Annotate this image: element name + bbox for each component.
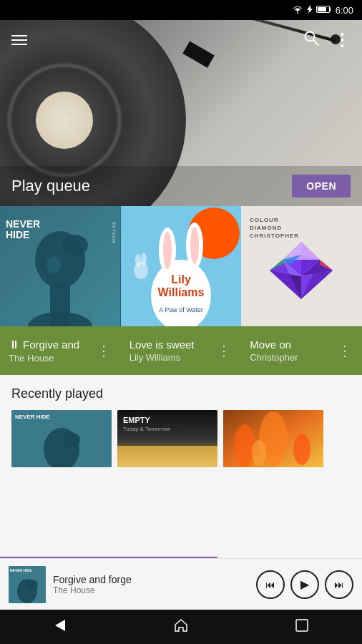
recents-button[interactable] — [280, 612, 324, 643]
status-bar: 6:00 — [0, 0, 362, 20]
play-queue-bar: Play queue OPEN — [0, 166, 362, 206]
np-album-art: NEVER HIDE — [9, 566, 46, 603]
back-button[interactable] — [38, 612, 82, 643]
queue-more-forgive[interactable]: ⋮ — [94, 339, 114, 362]
queue-more-lily[interactable]: ⋮ — [214, 339, 234, 362]
svg-rect-58 — [296, 620, 308, 631]
svg-rect-2 — [318, 7, 326, 11]
hamburger-line-3 — [11, 44, 27, 45]
open-button[interactable]: OPEN — [292, 175, 351, 197]
svg-text:Lily: Lily — [171, 273, 191, 286]
hamburger-line-2 — [11, 39, 27, 41]
queue-song-title-forgive: Forgive and — [23, 338, 79, 351]
queue-item-forgive[interactable]: NEVERHIDE the house ⏸ Forgive and The Ho… — [0, 206, 121, 375]
queue-item-christopher[interactable]: COLOUR DIAMOND CHRISTOPHER — [241, 206, 362, 375]
np-title: Forgive and forge — [53, 574, 249, 585]
svg-text:A Paw of Water: A Paw of Water — [159, 306, 203, 313]
recently-played-row: NEVER HIDE EMPTY Today & Tomorrow — [11, 410, 351, 467]
svg-point-24 — [141, 253, 147, 265]
svg-rect-47 — [53, 464, 70, 467]
recent-empty-label: EMPTY — [123, 416, 150, 424]
recent-never-hide-label: NEVER HIDE — [15, 414, 50, 420]
battery-icon — [316, 5, 332, 16]
home-button[interactable] — [159, 612, 203, 643]
never-hide-text: NEVERHIDE — [6, 219, 40, 241]
queue-info-text-lily: Love is sweet Lily Williams — [129, 338, 215, 363]
svg-text:Williams: Williams — [157, 286, 204, 298]
queue-grid: NEVERHIDE the house ⏸ Forgive and The Ho… — [0, 206, 362, 375]
recently-played-wrapper: Recently played NEVER HIDE EMPTY Today &… — [0, 375, 362, 476]
now-playing-bar: NEVER HIDE Forgive and forge The House ⏮… — [0, 558, 362, 610]
svg-point-52 — [293, 434, 310, 465]
svg-point-23 — [135, 254, 141, 267]
charging-icon — [307, 5, 313, 16]
menu-button[interactable] — [11, 35, 27, 45]
progress-line — [0, 557, 217, 558]
svg-text:COLOUR: COLOUR — [250, 217, 279, 223]
search-button[interactable] — [303, 30, 319, 50]
queue-info-christopher: Move on Christopher ⋮ — [241, 326, 362, 375]
queue-info-forgive: ⏸ Forgive and The House ⋮ — [0, 326, 121, 375]
np-artist: The House — [53, 585, 249, 595]
queue-more-christopher[interactable]: ⋮ — [335, 339, 355, 362]
queue-song-artist-lily: Lily Williams — [129, 352, 215, 363]
svg-text:DIAMOND: DIAMOND — [250, 225, 282, 231]
queue-info-lily: Love is sweet Lily Williams ⋮ — [121, 326, 242, 375]
status-time: 6:00 — [336, 5, 353, 16]
np-nh-label: NEVER HIDE — [10, 568, 32, 572]
queue-info-text-forgive: ⏸ Forgive and The House — [9, 338, 94, 364]
queue-song-title-lily: Love is sweet — [129, 338, 215, 351]
recent-album-never-hide[interactable]: NEVER HIDE — [11, 410, 112, 467]
queue-item-lily[interactable]: Lily Williams A Paw of Water Love is swe… — [121, 206, 242, 375]
svg-point-53 — [252, 440, 266, 466]
queue-song-artist-christopher: Christopher — [250, 352, 335, 363]
play-pause-button[interactable]: ▶ — [290, 570, 319, 599]
pause-indicator: ⏸ — [9, 338, 20, 351]
svg-point-56 — [26, 580, 38, 590]
svg-point-11 — [47, 256, 61, 273]
recently-played-title: Recently played — [11, 386, 351, 401]
svg-text:CHRISTOPHER: CHRISTOPHER — [250, 233, 299, 239]
skip-next-button[interactable]: ⏭ — [325, 570, 353, 599]
np-info: Forgive and forge The House — [53, 574, 249, 595]
more-options-button[interactable]: ⋮ — [333, 30, 351, 50]
status-icons: 6:00 — [292, 5, 353, 16]
svg-point-46 — [62, 432, 80, 448]
skip-prev-button[interactable]: ⏮ — [256, 570, 285, 599]
hamburger-line-1 — [11, 35, 27, 36]
svg-point-50 — [234, 424, 255, 467]
top-navigation: ⋮ — [0, 20, 362, 60]
hero-section: ⋮ Play queue OPEN — [0, 20, 362, 206]
queue-song-artist-forgive: The House — [9, 353, 94, 364]
album-art-never-hide: NEVERHIDE the house — [0, 206, 121, 326]
recent-today-label: Today & Tomorrow — [123, 426, 170, 432]
svg-marker-57 — [55, 620, 65, 631]
play-queue-title: Play queue — [11, 177, 90, 195]
recent-album-empty[interactable]: EMPTY Today & Tomorrow — [117, 410, 217, 467]
album-art-lily: Lily Williams A Paw of Water — [121, 206, 242, 326]
queue-info-text-christopher: Move on Christopher — [250, 338, 335, 363]
svg-line-4 — [313, 40, 318, 45]
song-title-row: ⏸ Forgive and — [9, 338, 94, 351]
svg-point-18 — [190, 227, 199, 264]
bottom-nav — [0, 610, 362, 644]
recent-album-fire[interactable] — [223, 410, 323, 467]
svg-point-16 — [163, 232, 172, 269]
vinyl-label — [36, 92, 93, 149]
album-art-christopher: COLOUR DIAMOND CHRISTOPHER — [241, 206, 362, 326]
recently-played-section: Recently played NEVER HIDE EMPTY Today &… — [0, 375, 362, 476]
wifi-icon — [292, 5, 303, 16]
queue-song-title-christopher: Move on — [250, 338, 335, 351]
the-house-watermark: the house — [112, 222, 117, 244]
np-controls: ⏮ ▶ ⏭ — [256, 570, 353, 599]
svg-point-8 — [62, 235, 88, 256]
top-nav-right: ⋮ — [303, 30, 351, 50]
